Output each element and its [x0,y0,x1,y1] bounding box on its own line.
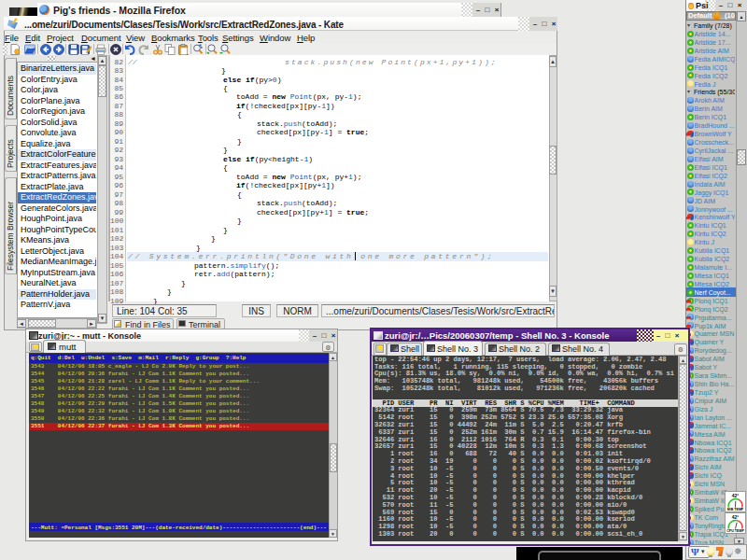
svg-text:CPU TEMP: CPU TEMP [726,529,744,533]
svg-text:M/B TEMP: M/B TEMP [727,508,744,511]
svg-text:42°: 42° [732,514,740,520]
svg-text:42°: 42° [732,493,740,498]
